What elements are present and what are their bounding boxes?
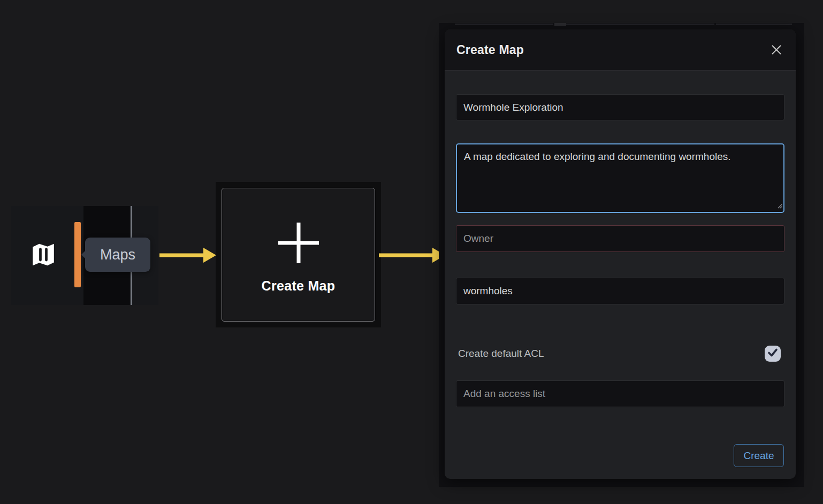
workflow-arrow-2 [378, 245, 445, 268]
owner-input[interactable] [456, 225, 784, 252]
workflow-arrow-1 [158, 245, 216, 268]
create-map-card-frame: Create Map [216, 182, 381, 327]
backdrop-tab [554, 23, 566, 26]
maps-tooltip-label: Maps [100, 247, 135, 263]
modal-title: Create Map [456, 43, 524, 57]
acl-row: Create default ACL [445, 346, 796, 362]
create-button-label: Create [743, 450, 774, 462]
sidebar-fragment: Maps [11, 206, 158, 305]
close-icon[interactable] [769, 42, 784, 57]
create-map-card-label: Create Map [222, 278, 375, 294]
arrow-right-icon [158, 258, 216, 268]
map-name-input[interactable] [456, 94, 784, 120]
create-map-modal: Create Map A map dedicated to exploring … [445, 29, 796, 479]
backdrop-tab-line [455, 24, 553, 25]
plus-icon [277, 222, 320, 266]
modal-header: Create Map [445, 29, 796, 71]
active-nav-indicator [74, 222, 81, 287]
create-default-acl-checkbox[interactable] [765, 346, 781, 362]
access-list-input[interactable] [456, 380, 784, 407]
map-description-textarea[interactable]: A map dedicated to exploring and documen… [456, 143, 784, 213]
resize-handle-icon[interactable] [776, 201, 782, 211]
sidebar-item-maps[interactable] [28, 241, 58, 271]
map-description-wrap: A map dedicated to exploring and documen… [456, 143, 784, 213]
create-map-card[interactable]: Create Map [222, 188, 375, 322]
arrow-right-icon [378, 258, 445, 268]
page: { "colors": { "page_background": "#1a1a1… [0, 0, 823, 504]
acl-label: Create default ACL [458, 348, 544, 360]
create-button[interactable]: Create [734, 444, 784, 467]
map-slug-input[interactable] [456, 278, 784, 304]
check-icon [767, 347, 779, 361]
backdrop-tab-line [566, 24, 714, 25]
maps-tooltip: Maps [85, 238, 150, 272]
tooltip-notch [81, 250, 86, 259]
map-icon [29, 240, 58, 271]
backdrop-tab-line [716, 24, 792, 25]
